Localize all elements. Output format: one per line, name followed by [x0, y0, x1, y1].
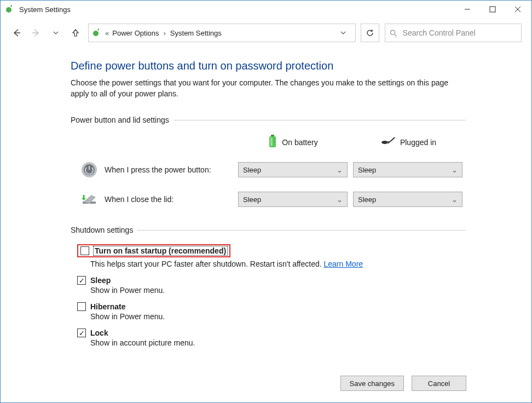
row-close-lid: When I close the lid: — [79, 189, 233, 209]
plug-icon — [379, 136, 396, 148]
column-on-battery: On battery — [238, 134, 348, 150]
app-icon — [5, 4, 15, 14]
maximize-button[interactable] — [480, 1, 505, 18]
titlebar: System Settings — [1, 1, 531, 18]
page-heading: Define power buttons and turn on passwor… — [71, 60, 466, 72]
breadcrumb-item-system-settings[interactable]: System Settings — [170, 29, 222, 37]
shutdown-section-label: Shutdown settings — [71, 226, 133, 234]
desc-sleep: Show in Power menu. — [90, 286, 466, 295]
desc-hibernate: Show in Power menu. — [90, 312, 466, 321]
highlight-fast-startup: Turn on fast startup (recommended) — [77, 244, 230, 257]
select-value: Sleep — [243, 195, 261, 204]
content-area: Define power buttons and turn on passwor… — [1, 48, 531, 347]
svg-line-9 — [395, 34, 397, 36]
footer-buttons: Save changes Cancel — [0, 376, 532, 391]
chevron-down-icon: ⌄ — [452, 166, 458, 174]
select-value: Sleep — [358, 166, 376, 174]
row-power-button-label: When I press the power button: — [105, 165, 211, 174]
refresh-button[interactable] — [361, 24, 379, 42]
select-value: Sleep — [243, 166, 261, 174]
power-button-icon — [79, 160, 99, 180]
checkbox-sleep[interactable] — [77, 276, 86, 285]
chevron-down-icon: ⌄ — [337, 195, 343, 204]
select-close-lid-plugged[interactable]: Sleep ⌄ — [353, 192, 462, 207]
chevron-right-icon: › — [164, 29, 166, 37]
column-on-battery-label: On battery — [282, 138, 317, 147]
battery-icon — [268, 134, 277, 150]
search-box[interactable] — [385, 24, 522, 42]
svg-point-8 — [390, 30, 395, 34]
label-sleep: Sleep — [90, 276, 111, 285]
navbar: « Power Options › System Settings — [1, 18, 531, 48]
svg-rect-2 — [490, 7, 495, 12]
desc-lock: Show in account picture menu. — [90, 338, 466, 347]
address-icon — [92, 28, 102, 38]
address-bar[interactable]: « Power Options › System Settings — [88, 24, 356, 42]
label-lock: Lock — [90, 329, 108, 337]
label-hibernate: Hibernate — [90, 302, 126, 311]
checkbox-hibernate[interactable] — [77, 302, 86, 311]
window-title: System Settings — [19, 5, 71, 14]
power-section-legend: Power button and lid settings — [71, 116, 466, 124]
address-dropdown[interactable] — [333, 24, 352, 42]
column-plugged-in-label: Plugged in — [400, 138, 436, 147]
breadcrumb-item-power-options[interactable]: Power Options — [112, 29, 159, 37]
close-button[interactable] — [505, 1, 530, 18]
row-close-lid-label: When I close the lid: — [105, 195, 174, 204]
nav-back-button[interactable] — [9, 26, 24, 40]
minimize-button[interactable] — [455, 1, 480, 18]
svg-rect-10 — [271, 135, 274, 136]
search-input[interactable] — [402, 28, 517, 38]
laptop-lid-icon — [79, 189, 99, 209]
search-icon — [390, 29, 397, 37]
select-close-lid-battery[interactable]: Sleep ⌄ — [238, 192, 348, 207]
nav-forward-button[interactable] — [29, 26, 43, 40]
page-description: Choose the power settings that you want … — [71, 78, 466, 99]
checkbox-lock[interactable] — [77, 329, 86, 337]
svg-point-7 — [93, 31, 99, 36]
breadcrumb-prefix: « — [105, 29, 109, 37]
power-settings-grid: On battery Plugged in When I press the p… — [79, 134, 466, 209]
save-changes-button[interactable]: Save changes — [340, 376, 404, 391]
label-fast-startup: Turn on fast startup (recommended) — [94, 246, 227, 255]
checkbox-fast-startup[interactable] — [80, 246, 89, 255]
power-section-label: Power button and lid settings — [71, 116, 169, 124]
desc-fast-startup: This helps start your PC faster after sh… — [90, 260, 466, 268]
option-sleep: Sleep — [77, 276, 466, 285]
shutdown-section-legend: Shutdown settings — [71, 226, 466, 234]
learn-more-link[interactable]: Learn More — [324, 260, 363, 268]
row-power-button: When I press the power button: — [79, 160, 233, 180]
select-power-button-plugged[interactable]: Sleep ⌄ — [353, 162, 462, 177]
option-hibernate: Hibernate — [77, 302, 466, 311]
nav-up-button[interactable] — [68, 26, 83, 40]
select-power-button-battery[interactable]: Sleep ⌄ — [238, 162, 348, 177]
cancel-button[interactable]: Cancel — [412, 376, 466, 391]
svg-point-0 — [6, 7, 11, 13]
nav-history-dropdown[interactable] — [49, 26, 63, 40]
select-value: Sleep — [358, 195, 376, 204]
column-plugged-in: Plugged in — [353, 136, 462, 148]
svg-rect-12 — [270, 137, 273, 146]
chevron-down-icon: ⌄ — [337, 166, 343, 174]
svg-rect-14 — [387, 141, 389, 143]
chevron-down-icon: ⌄ — [452, 195, 458, 204]
option-lock: Lock — [77, 329, 466, 337]
